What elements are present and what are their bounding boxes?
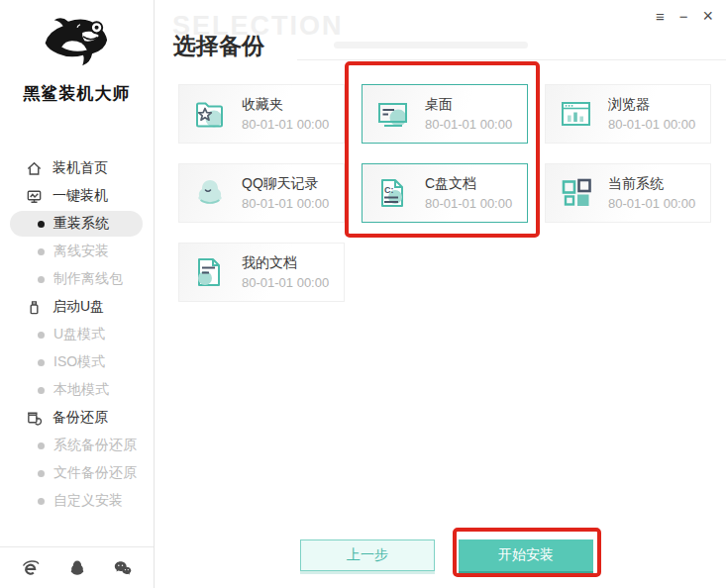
header-capsule — [334, 42, 528, 49]
app-logo: 黑鲨装机大师 — [0, 0, 154, 105]
sidebar-item-label: ISO模式 — [53, 353, 105, 371]
card-date: 80-01-01 00:00 — [425, 117, 512, 132]
card-date: 80-01-01 00:00 — [425, 196, 512, 211]
minimize-button[interactable]: − — [679, 9, 688, 25]
window-controls: ≡ − × — [656, 9, 713, 25]
monitor-icon — [26, 188, 43, 205]
sidebar-item-label: 启动U盘 — [52, 298, 104, 316]
sidebar-item-custom-install[interactable]: 自定义安装 — [0, 487, 153, 515]
sidebar-item-label: U盘模式 — [53, 326, 105, 343]
backup-card-my-documents[interactable]: 我的文档 80-01-01 00:00 — [178, 243, 345, 302]
sidebar-item-offline-install[interactable]: 离线安装 — [0, 238, 153, 265]
sidebar-item-label: 本地模式 — [53, 381, 109, 399]
sidebar-item-label: 重装系统 — [53, 215, 109, 233]
card-label: 桌面 — [425, 96, 512, 114]
home-icon — [26, 160, 43, 177]
sidebar-item-system-backup-restore[interactable]: 系统备份还原 — [0, 432, 153, 459]
main-panel: ≡ − × SELECTION 选择备份 收藏夹 80-01-01 00:00 — [156, 0, 726, 588]
page-title: 选择备份 — [173, 31, 264, 61]
sidebar-item-home[interactable]: 装机首页 — [0, 154, 153, 182]
bullet-dot — [38, 470, 45, 477]
sidebar-item-label: 制作离线包 — [53, 270, 123, 288]
backup-restore-icon — [26, 410, 43, 427]
sidebar-item-label: 文件备份还原 — [53, 464, 137, 482]
sidebar-item-label: 自定义安装 — [53, 492, 123, 510]
sidebar-item-usb-mode[interactable]: U盘模式 — [0, 321, 153, 348]
current-system-icon — [557, 173, 596, 213]
card-date: 80-01-01 00:00 — [242, 275, 329, 290]
backup-card-browser[interactable]: 浏览器 80-01-01 00:00 — [545, 84, 711, 144]
sidebar-item-label: 备份还原 — [52, 409, 108, 427]
favorites-folder-icon — [190, 94, 230, 134]
previous-step-button[interactable]: 上一步 — [300, 539, 435, 571]
card-label: C盘文档 — [425, 175, 512, 193]
card-date: 80-01-01 00:00 — [608, 196, 695, 211]
backup-card-qq-history[interactable]: QQ聊天记录 80-01-01 00:00 — [178, 163, 345, 223]
qq-icon[interactable] — [67, 558, 87, 578]
bullet-dot — [38, 332, 45, 339]
usb-icon — [26, 299, 43, 316]
wechat-icon[interactable] — [113, 558, 133, 578]
card-date: 80-01-01 00:00 — [242, 117, 329, 132]
header-divider — [297, 59, 726, 60]
browser-icon — [557, 94, 596, 134]
ie-icon[interactable] — [21, 558, 41, 578]
sidebar-item-onekey-install[interactable]: 一键装机 — [0, 182, 153, 210]
backup-card-favorites[interactable]: 收藏夹 80-01-01 00:00 — [178, 84, 345, 144]
desktop-icon — [373, 94, 413, 134]
sidebar-item-boot-usb[interactable]: 启动U盘 — [0, 293, 153, 321]
sidebar-item-reinstall-system[interactable]: 重装系统 — [10, 211, 143, 237]
sidebar-item-label: 离线安装 — [53, 243, 109, 260]
sidebar-item-file-backup-restore[interactable]: 文件备份还原 — [0, 459, 153, 487]
my-documents-icon — [190, 252, 230, 292]
backup-card-desktop[interactable]: 桌面 80-01-01 00:00 — [362, 84, 528, 144]
card-date: 80-01-01 00:00 — [242, 196, 329, 211]
sidebar-item-backup-restore[interactable]: 备份还原 — [0, 404, 153, 432]
sidebar: 黑鲨装机大师 装机首页 一键装机 重装系统 离线安装 — [0, 0, 155, 588]
start-install-button[interactable]: 开始安装 — [459, 539, 593, 571]
c-drive-doc-icon: C: — [373, 173, 413, 213]
shark-logo-icon — [35, 12, 120, 75]
bullet-dot — [38, 359, 45, 366]
bullet-dot — [38, 221, 45, 228]
sidebar-item-label: 系统备份还原 — [53, 437, 137, 454]
bullet-dot — [38, 276, 45, 283]
sidebar-footer — [0, 546, 154, 588]
qq-chat-icon — [190, 173, 230, 213]
app-window: 黑鲨装机大师 装机首页 一键装机 重装系统 离线安装 — [0, 0, 726, 588]
window-menu-button[interactable]: ≡ — [656, 9, 665, 25]
sidebar-item-iso-mode[interactable]: ISO模式 — [0, 348, 153, 376]
svg-text:C:: C: — [384, 185, 394, 195]
card-label: 浏览器 — [608, 96, 695, 114]
app-title: 黑鲨装机大师 — [0, 82, 154, 105]
backup-card-current-system[interactable]: 当前系统 80-01-01 00:00 — [545, 163, 711, 223]
bullet-dot — [38, 498, 45, 505]
sidebar-item-make-offline-pack[interactable]: 制作离线包 — [0, 265, 153, 293]
bullet-dot — [38, 248, 45, 255]
backup-card-grid: 收藏夹 80-01-01 00:00 桌面 80-01-01 00:00 — [178, 84, 711, 302]
card-date: 80-01-01 00:00 — [608, 117, 695, 132]
sidebar-item-local-mode[interactable]: 本地模式 — [0, 376, 153, 404]
bullet-dot — [38, 387, 45, 394]
bullet-dot — [38, 442, 45, 449]
backup-card-c-drive-docs[interactable]: C: C盘文档 80-01-01 00:00 — [362, 163, 528, 223]
card-label: 收藏夹 — [242, 96, 329, 114]
card-label: QQ聊天记录 — [242, 175, 329, 193]
sidebar-menu: 装机首页 一键装机 重装系统 离线安装 制作离线包 — [0, 154, 153, 515]
close-button[interactable]: × — [702, 7, 713, 25]
sidebar-item-label: 装机首页 — [52, 159, 108, 177]
sidebar-item-label: 一键装机 — [52, 187, 108, 205]
card-label: 当前系统 — [608, 175, 695, 193]
card-label: 我的文档 — [242, 254, 329, 272]
